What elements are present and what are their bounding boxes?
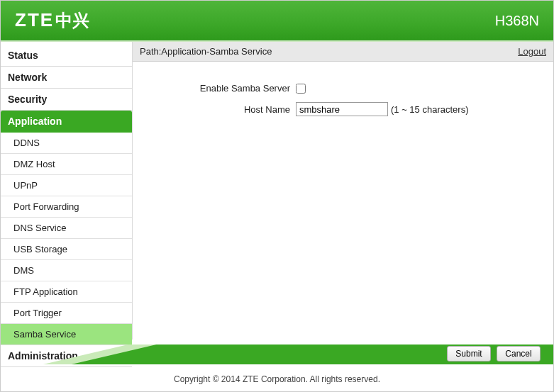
copyright: Copyright © 2014 ZTE Corporation. All ri… [1, 374, 553, 384]
sidebar-item-network[interactable]: Network [1, 67, 132, 89]
sidebar-sub-ddns[interactable]: DDNS [1, 133, 132, 154]
sidebar-sub-dns-service[interactable]: DNS Service [1, 218, 132, 239]
sidebar-item-security[interactable]: Security [1, 89, 132, 111]
hostname-hint: (1 ~ 15 characters) [391, 104, 468, 115]
form-area: Enable Samba Server Host Name (1 ~ 15 ch… [133, 62, 553, 340]
sidebar-sub-port-forwarding[interactable]: Port Forwarding [1, 196, 132, 218]
logo-cn: 中兴 [55, 9, 89, 32]
model-label: H368N [495, 13, 539, 29]
breadcrumb-prefix: Path: [140, 46, 161, 57]
sidebar-sub-usb-storage[interactable]: USB Storage [1, 239, 132, 260]
brand-logo: ZTE中兴 [15, 9, 89, 32]
enable-samba-label: Enable Samba Server [147, 83, 296, 94]
app-header: ZTE中兴 H368N [1, 1, 553, 40]
row-enable-samba: Enable Samba Server [147, 83, 539, 94]
sidebar-sub-port-trigger[interactable]: Port Trigger [1, 303, 132, 324]
main-area: Status Network Security Application DDNS… [1, 42, 553, 340]
breadcrumb: Path:Application-Samba Service [140, 46, 272, 57]
cancel-button[interactable]: Cancel [497, 346, 541, 362]
breadcrumb-path: Application-Samba Service [161, 46, 272, 57]
sidebar-item-status[interactable]: Status [1, 45, 132, 67]
sidebar-sub-dms[interactable]: DMS [1, 260, 132, 281]
submit-button[interactable]: Submit [447, 346, 491, 362]
sidebar-item-application[interactable]: Application [1, 111, 132, 133]
sidebar-sub-ftp[interactable]: FTP Application [1, 281, 132, 303]
enable-samba-checkbox[interactable] [296, 84, 306, 94]
footer-buttons: Submit Cancel [447, 346, 541, 362]
sidebar-sub-upnp[interactable]: UPnP [1, 175, 132, 196]
row-hostname: Host Name (1 ~ 15 characters) [147, 102, 539, 116]
content-panel: Path:Application-Samba Service Logout En… [133, 42, 553, 340]
sidebar-sub-dmz[interactable]: DMZ Host [1, 154, 132, 175]
hostname-label: Host Name [147, 104, 296, 115]
breadcrumb-bar: Path:Application-Samba Service Logout [133, 42, 553, 62]
hostname-input[interactable] [296, 102, 388, 116]
logo-en: ZTE [15, 9, 54, 31]
sidebar-sub-samba[interactable]: Samba Service [1, 324, 132, 345]
sidebar: Status Network Security Application DDNS… [1, 42, 133, 340]
logout-link[interactable]: Logout [518, 46, 546, 57]
